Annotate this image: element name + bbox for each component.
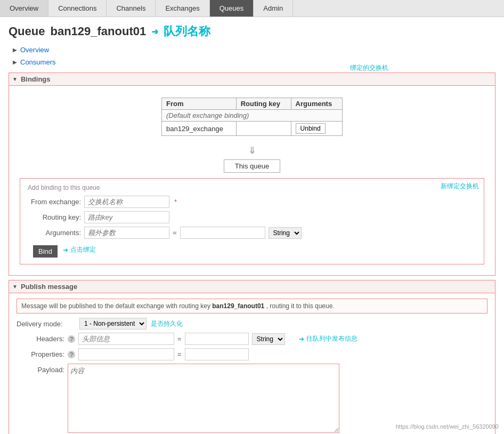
overview-row[interactable]: ▶ Overview bbox=[9, 44, 495, 56]
exchange-name-cell: ban129_exchange bbox=[162, 122, 237, 136]
default-binding-text: (Default exchange binding) bbox=[162, 110, 343, 122]
nav-queues[interactable]: Queues bbox=[210, 0, 254, 17]
string-type-select[interactable]: String bbox=[269, 227, 302, 239]
col-from: From bbox=[162, 98, 237, 110]
publish-info: Message will be published to the default… bbox=[17, 299, 487, 314]
bindings-label: Bindings bbox=[21, 75, 51, 83]
routing-key-row: Routing key: bbox=[28, 211, 476, 223]
nav-connections[interactable]: Connections bbox=[48, 0, 107, 17]
overview-triangle: ▶ bbox=[13, 47, 17, 53]
queue-name-annotation: 队列名称 bbox=[164, 23, 210, 39]
publish-section: ▼ Publish message Message will be publis… bbox=[9, 280, 495, 434]
arguments-label: Arguments: bbox=[28, 229, 81, 237]
publish-routing-key: ban129_fanout01 bbox=[212, 302, 264, 310]
exchange-binding-row: ban129_exchange Unbind bbox=[162, 122, 343, 136]
this-queue-box: This queue bbox=[14, 159, 490, 173]
col-routing-key: Routing key bbox=[236, 98, 291, 110]
publish-body: Message will be published to the default… bbox=[9, 293, 495, 434]
bindings-section: ▼ Bindings 绑定的交换机 From Routing key Argum… bbox=[9, 73, 495, 276]
col-arguments: Arguments bbox=[291, 98, 342, 110]
arguments-row: Arguments: = String bbox=[28, 227, 476, 239]
nav-channels[interactable]: Channels bbox=[107, 0, 156, 17]
routing-key-label: Routing key: bbox=[28, 213, 81, 221]
routing-key-cell bbox=[236, 122, 291, 136]
annotation-new-exchange: 新绑定交换机 bbox=[441, 182, 479, 191]
headers-help-icon[interactable]: ? bbox=[68, 335, 75, 343]
publish-queue-text: 往队列中发布信息 bbox=[306, 334, 357, 343]
headers-type-select[interactable]: String bbox=[252, 333, 285, 345]
bindings-triangle: ▼ bbox=[12, 76, 18, 82]
arrow-publish-queue: ➜ bbox=[299, 335, 304, 343]
publish-info-suffix: , routing it to this queue. bbox=[266, 302, 335, 310]
properties-eq: = bbox=[177, 350, 182, 358]
bind-annotation: ➜ 点击绑定 bbox=[63, 245, 96, 254]
nav-bar: Overview Connections Channels Exchanges … bbox=[0, 0, 504, 17]
arguments-input[interactable] bbox=[84, 227, 169, 239]
consumers-label: Consumers bbox=[20, 58, 55, 66]
title-prefix: Queue bbox=[9, 25, 45, 38]
publish-queue-annotation: ➜ 往队列中发布信息 bbox=[299, 334, 357, 343]
down-arrow: ⇓ bbox=[14, 144, 490, 156]
headers-label: Headers: bbox=[17, 335, 64, 343]
properties-value-input[interactable] bbox=[185, 348, 249, 360]
delivery-annotation: 是否持久化 bbox=[151, 319, 183, 328]
headers-key-input[interactable] bbox=[78, 333, 174, 345]
unbind-button[interactable]: Unbind bbox=[296, 123, 326, 134]
properties-label: Properties: bbox=[17, 350, 64, 358]
delivery-mode-row: Delivery mode: 1 - Non-persistent 2 - Pe… bbox=[17, 318, 487, 329]
bind-button[interactable]: Bind bbox=[33, 245, 58, 258]
overview-label: Overview bbox=[20, 46, 49, 54]
consumers-row[interactable]: ▶ Consumers bbox=[9, 56, 495, 68]
bind-annotation-text: 点击绑定 bbox=[70, 245, 96, 254]
bindings-table: From Routing key Arguments (Default exch… bbox=[161, 98, 343, 136]
required-star: * bbox=[174, 198, 177, 206]
properties-row: Properties: ? = bbox=[17, 348, 487, 360]
from-exchange-input[interactable] bbox=[84, 196, 169, 208]
bindings-header[interactable]: ▼ Bindings bbox=[9, 73, 495, 86]
properties-help-icon[interactable]: ? bbox=[68, 351, 75, 358]
title-arrow: ➜ bbox=[151, 27, 158, 37]
add-binding-title: Add binding to this queue bbox=[28, 184, 476, 191]
publish-header[interactable]: ▼ Publish message bbox=[9, 280, 495, 293]
queue-name: ban129_fanout01 bbox=[50, 25, 146, 38]
publish-info-text: Message will be published to the default… bbox=[21, 302, 210, 310]
payload-row: Payload: bbox=[17, 364, 487, 433]
headers-row: Headers: ? = String ➜ 往队列中发布信息 bbox=[17, 333, 487, 345]
annotation-bound-exchange: 绑定的交换机 bbox=[350, 63, 388, 73]
arguments-cell: Unbind bbox=[291, 122, 342, 136]
add-binding-form: Add binding to this queue From exchange:… bbox=[20, 178, 484, 264]
payload-textarea[interactable] bbox=[68, 364, 339, 433]
top-navigation: Overview Connections Channels Exchanges … bbox=[0, 0, 504, 17]
from-exchange-label: From exchange: bbox=[28, 198, 81, 206]
arrow-bind: ➜ bbox=[63, 246, 68, 254]
publish-label: Publish message bbox=[21, 283, 77, 291]
arguments-value-input[interactable] bbox=[180, 227, 265, 239]
publish-triangle: ▼ bbox=[12, 284, 18, 290]
watermark: https://blog.csdn.net/wei_zhi_56320090 bbox=[396, 423, 499, 430]
delivery-mode-label: Delivery mode: bbox=[17, 320, 75, 328]
properties-key-input[interactable] bbox=[78, 348, 174, 360]
payload-label: Payload: bbox=[17, 366, 64, 374]
delivery-mode-select[interactable]: 1 - Non-persistent 2 - Persistent bbox=[79, 318, 147, 329]
from-exchange-row: From exchange: * bbox=[28, 196, 476, 208]
page-content: Queue ban129_fanout01 ➜ 队列名称 ▶ Overview … bbox=[0, 17, 504, 434]
headers-eq: = bbox=[177, 335, 182, 343]
routing-key-input[interactable] bbox=[84, 211, 169, 223]
equals-sign: = bbox=[173, 229, 177, 237]
page-title-block: Queue ban129_fanout01 ➜ 队列名称 bbox=[9, 23, 495, 39]
default-binding-row: (Default exchange binding) bbox=[162, 110, 343, 122]
nav-admin[interactable]: Admin bbox=[254, 0, 293, 17]
headers-value-input[interactable] bbox=[185, 333, 249, 345]
this-queue-label: This queue bbox=[224, 159, 280, 173]
consumers-triangle: ▶ bbox=[13, 59, 17, 65]
nav-overview[interactable]: Overview bbox=[0, 0, 48, 17]
nav-exchanges[interactable]: Exchanges bbox=[156, 0, 209, 17]
